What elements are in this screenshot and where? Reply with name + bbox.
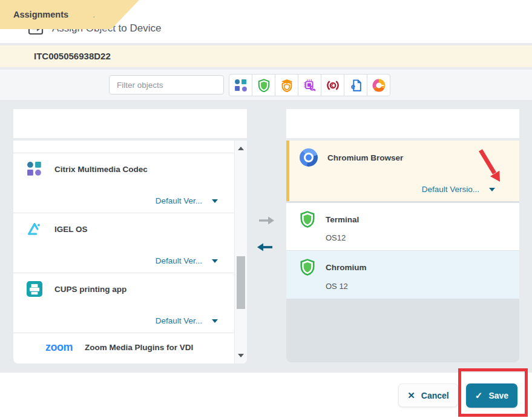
version-dropdown[interactable]: Default Ver...: [156, 316, 218, 325]
version-dropdown[interactable]: Default Ver...: [156, 141, 218, 142]
chevron-down-icon: [212, 259, 218, 263]
list-item-zoom-media-plugins[interactable]: zoom Zoom Media Plugins for VDI: [13, 333, 247, 362]
list-item-igel-os[interactable]: IGEL OS Default Ver...: [13, 213, 247, 273]
save-button[interactable]: ✓ Save: [466, 383, 517, 408]
device-bar: ITC005056938D22: [0, 45, 532, 67]
clipped-list-item[interactable]: Default Ver...: [13, 141, 247, 153]
scrollbar-thumb[interactable]: [237, 256, 245, 309]
blue-document-e-icon: e: [349, 79, 363, 92]
close-x-icon: ✕: [407, 390, 415, 401]
version-label: Default Ver...: [156, 316, 202, 325]
filter-objects-input[interactable]: [109, 75, 224, 95]
chevron-down-icon: [489, 188, 495, 191]
filter-toolbar: e: [0, 70, 532, 100]
scroll-up-button[interactable]: [235, 142, 247, 155]
item-title: IGEL OS: [54, 225, 88, 234]
chevron-down-icon: [212, 199, 218, 203]
version-dropdown[interactable]: Default Ver...: [156, 196, 218, 205]
purple-chip-wrench-filter-button[interactable]: [298, 74, 321, 96]
cancel-button-label: Cancel: [421, 391, 449, 400]
apps-grid-icon: [234, 79, 248, 92]
item-title: Terminal: [326, 215, 359, 224]
arrow-right-icon: [257, 214, 275, 227]
red-broadcast-circle-filter-button[interactable]: [321, 74, 344, 96]
version-label: Default Ver...: [156, 196, 202, 205]
assignment-item-terminal[interactable]: Terminal OS12: [286, 203, 519, 250]
item-title: Chromium Browser: [327, 153, 403, 162]
assignment-item-chromium-browser[interactable]: Chromium Browser Default Versio...: [286, 141, 519, 201]
item-title: Chromium: [326, 263, 367, 272]
svg-text:e: e: [350, 81, 355, 90]
apps-grid-filter-button[interactable]: [229, 74, 252, 96]
zoom-logo: zoom: [45, 341, 73, 353]
assignable-objects-header: [13, 109, 247, 138]
item-title: Citrix Multimedia Codec: [54, 165, 148, 174]
assignment-item-chromium[interactable]: Chromium OS 12: [286, 250, 519, 299]
assign-right-arrow-button[interactable]: [257, 214, 275, 227]
assignments-header: [286, 109, 519, 138]
version-label: Default Versio...: [422, 185, 479, 194]
igel-os-icon: [27, 221, 42, 237]
save-button-label: Save: [488, 391, 508, 400]
item-os-version: OS 12: [326, 282, 348, 291]
arrow-left-icon: [256, 241, 274, 254]
assign-object-dialog: Assign Object to Device ITC005056938D22: [0, 0, 532, 418]
triangle-up-icon: [238, 147, 244, 150]
item-os-version: OS12: [326, 233, 346, 242]
item-title: CUPS printing app: [54, 285, 126, 294]
orange-graduation-shield-icon: [280, 79, 294, 92]
triangle-down-icon: [238, 354, 244, 357]
red-broadcast-circle-icon: [326, 79, 340, 92]
citrix-codec-icon: [27, 161, 42, 177]
assignable-objects-list: Default Ver... Citrix Multimedia Codec D…: [13, 141, 247, 363]
version-dropdown[interactable]: Default Versio...: [422, 185, 495, 194]
list-item-cups-printing-app[interactable]: CUPS printing app Default Ver...: [13, 273, 247, 333]
checkmark-icon: ✓: [475, 390, 483, 401]
object-type-filter-group: e: [229, 74, 390, 96]
color-wheel-filter-button[interactable]: [367, 74, 390, 96]
cups-printer-icon: [27, 281, 42, 297]
color-wheel-icon: [372, 79, 386, 92]
list-item-citrix-multimedia-codec[interactable]: Citrix Multimedia Codec Default Ver...: [13, 153, 247, 213]
scroll-down-button[interactable]: [235, 349, 247, 362]
version-dropdown[interactable]: Default Ver...: [156, 256, 218, 265]
chevron-down-icon: [212, 319, 218, 323]
app-shield-icon: [300, 259, 315, 276]
blue-document-e-filter-button[interactable]: e: [344, 74, 367, 96]
list-scrollbar[interactable]: [234, 141, 247, 363]
item-title: Zoom Media Plugins for VDI: [85, 343, 193, 352]
app-shield-icon: [300, 211, 315, 228]
purple-chip-wrench-icon: [303, 79, 317, 92]
unassign-left-arrow-button[interactable]: [256, 241, 274, 254]
device-id: ITC005056938D22: [34, 45, 111, 67]
green-shield-filter-button[interactable]: [252, 74, 275, 96]
orange-graduation-shield-filter-button[interactable]: [275, 74, 298, 96]
chromium-browser-icon: [300, 148, 318, 167]
assignments-list: Chromium Browser Default Versio... Termi…: [286, 141, 519, 362]
green-shield-icon: [257, 79, 271, 92]
version-label: Default Ver...: [156, 256, 202, 265]
cancel-button[interactable]: ✕ Cancel: [398, 383, 458, 407]
version-label: Default Ver...: [156, 141, 202, 142]
